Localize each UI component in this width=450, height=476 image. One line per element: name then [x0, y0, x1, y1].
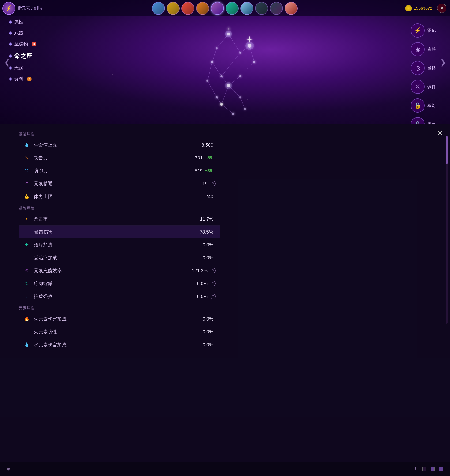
- svg-point-32: [239, 96, 241, 98]
- nav-item-constellation[interactable]: 命之座: [9, 52, 36, 60]
- nav-label-artifact: 圣遗物: [14, 41, 28, 47]
- energy-recharge-help[interactable]: ?: [210, 268, 216, 274]
- char-avatar-1[interactable]: [152, 2, 165, 15]
- right-action-panel: ⚡ 雷厄 ◉ 奇损 ◎ 登楼 ⚔ 调律 🔒 移灯 🔒 廉贞: [411, 24, 436, 124]
- char-avatar-8[interactable]: [255, 2, 268, 15]
- nav-diamond-icon: [9, 77, 12, 80]
- section-title-element: 元素属性: [19, 303, 220, 313]
- scrollbar[interactable]: [446, 136, 448, 324]
- stat-row-elem-mastery: ⚗ 元素精通 19 ?: [19, 177, 220, 190]
- nav-square-1[interactable]: [422, 467, 426, 471]
- tiaolv-icon: ⚔: [411, 80, 425, 94]
- stat-row-water-dmg: 💧 水元素伤害加成 0.0%: [19, 338, 220, 351]
- action-dengLou-label: 登楼: [427, 65, 436, 71]
- nav-arrow-left[interactable]: ❮: [2, 55, 12, 69]
- char-avatar-3[interactable]: [181, 2, 194, 15]
- svg-point-21: [253, 61, 255, 63]
- nav-item-profile[interactable]: 资料 !: [9, 76, 36, 82]
- elem-mastery-label: 元素精通: [34, 181, 202, 187]
- gold-amount: 15563672: [414, 6, 432, 11]
- header-close-button[interactable]: ✕: [437, 4, 446, 13]
- action-thunder-label: 雷厄: [427, 28, 436, 33]
- svg-marker-36: [226, 26, 231, 32]
- action-yideng-label: 移灯: [427, 103, 436, 108]
- energy-recharge-value: 121.2%: [192, 268, 208, 274]
- cooldown-label: 冷却缩减: [34, 280, 197, 287]
- action-weird-label: 奇损: [427, 47, 436, 52]
- svg-line-8: [212, 62, 221, 76]
- crit-dmg-value: 78.5%: [200, 229, 213, 235]
- svg-line-11: [207, 62, 212, 81]
- water-dmg-label: 水元素伤害加成: [34, 342, 202, 348]
- svg-point-29: [207, 80, 208, 82]
- cooldown-value: 0.0%: [197, 281, 208, 286]
- fire-dmg-label: 火元素伤害加成: [34, 316, 202, 322]
- stats-panel: ✕ 基础属性 💧 生命值上限 8,500 ⚔ 攻击力 331 +58 🛡 防御力…: [0, 124, 450, 476]
- stat-row-cooldown: ↻ 冷却缩减 0.0% ?: [19, 277, 220, 290]
- fire-dmg-icon: 🔥: [24, 315, 30, 322]
- atk-bonus: +58: [205, 155, 212, 161]
- nav-label-weapon: 武器: [14, 30, 24, 36]
- scrollbar-thumb[interactable]: [446, 136, 448, 164]
- nav-item-artifact[interactable]: 圣遗物 3: [9, 41, 36, 47]
- bottom-nav-u-label: U: [415, 467, 418, 471]
- shield-label: 护盾强效: [34, 293, 197, 300]
- nav-square-3[interactable]: [439, 467, 443, 471]
- svg-marker-35: [246, 36, 253, 43]
- stat-row-stamina: 💪 体力上限 240: [19, 190, 220, 203]
- stat-row-atk: ⚔ 攻击力 331 +58: [19, 151, 220, 164]
- nav-item-talent[interactable]: 天赋: [9, 65, 36, 71]
- energy-recharge-icon: ⊙: [24, 267, 30, 274]
- shield-help[interactable]: ?: [210, 294, 216, 299]
- elem-mastery-help[interactable]: ?: [210, 181, 216, 186]
- energy-recharge-label: 元素充能效率: [34, 268, 192, 274]
- hp-label: 生命值上限: [34, 142, 201, 148]
- panel-close-button[interactable]: ✕: [437, 129, 443, 137]
- char-avatar-10[interactable]: [285, 2, 298, 15]
- dengLou-icon: ◎: [411, 61, 425, 75]
- crit-rate-value: 11.7%: [200, 216, 213, 222]
- weird-icon: ◉: [411, 42, 425, 56]
- svg-point-23: [211, 61, 213, 63]
- stat-row-hp: 💧 生命值上限 8,500: [19, 139, 220, 151]
- action-tiaolv-label: 调律: [427, 84, 436, 89]
- action-yideng[interactable]: 🔒 移灯: [411, 98, 436, 113]
- action-tiaolv[interactable]: ⚔ 调律: [411, 80, 436, 94]
- crit-dmg-icon: [24, 229, 30, 235]
- char-avatar-2[interactable]: [167, 2, 179, 15]
- top-section: ⚡ 雷元素 / 刻晴 ● 15563672 ✕ 属性 武器: [0, 0, 450, 124]
- action-dengLou[interactable]: ◎ 登楼: [411, 61, 436, 75]
- nav-label-profile: 资料: [14, 76, 24, 82]
- nav-item-attributes[interactable]: 属性: [9, 19, 36, 25]
- lianzhen-icon: 🔒: [411, 117, 425, 124]
- char-avatar-7[interactable]: [240, 2, 253, 15]
- stat-row-fire-res: 火元素抗性 0.0%: [19, 326, 220, 338]
- action-weird[interactable]: ◉ 奇损: [411, 42, 436, 56]
- cooldown-help[interactable]: ?: [210, 281, 216, 286]
- water-dmg-value: 0.0%: [202, 342, 213, 347]
- nav-item-weapon[interactable]: 武器: [9, 30, 36, 36]
- crit-rate-icon: ✦: [24, 216, 30, 222]
- char-avatar-4[interactable]: [196, 2, 209, 15]
- action-lianzhen[interactable]: 🔒 廉贞: [411, 117, 436, 124]
- svg-point-20: [245, 42, 254, 50]
- nav-square-2[interactable]: [431, 467, 435, 471]
- stat-row-heal: ✚ 治疗加成 0.0%: [19, 238, 220, 251]
- svg-point-30: [216, 96, 218, 98]
- def-bonus: +39: [205, 168, 212, 173]
- stat-row-crit-dmg: 暴击伤害 78.5%: [19, 226, 220, 238]
- breadcrumb: 雷元素 / 刻晴: [18, 5, 42, 11]
- fire-res-label: 火元素抗性: [34, 329, 202, 335]
- svg-line-10: [221, 53, 240, 76]
- char-avatar-9[interactable]: [270, 2, 283, 15]
- nav-arrow-right[interactable]: ❯: [438, 55, 448, 69]
- char-avatar-5[interactable]: [211, 2, 224, 15]
- atk-value: 331: [195, 155, 202, 161]
- action-thunder[interactable]: ⚡ 雷厄: [411, 24, 436, 37]
- nav-diamond-icon: [9, 42, 12, 46]
- svg-line-3: [240, 62, 254, 76]
- yideng-icon: 🔒: [411, 98, 425, 113]
- char-avatar-6[interactable]: [226, 2, 239, 15]
- bottom-nav-add-button[interactable]: ⊕: [7, 467, 10, 471]
- constellation-display: [59, 14, 398, 122]
